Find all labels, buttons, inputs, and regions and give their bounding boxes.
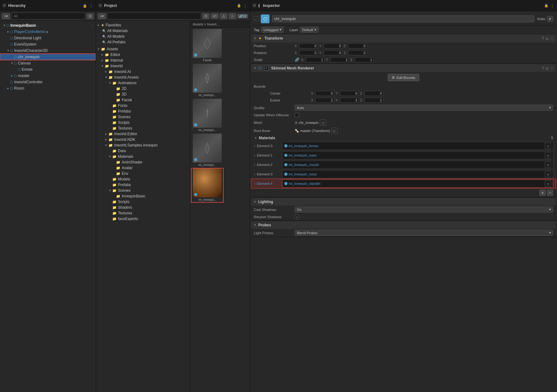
dots-innequinbasic[interactable]: ⋮	[91, 24, 94, 28]
expand-btn-project[interactable]: ⊡	[202, 13, 209, 19]
mat-row-4[interactable]: ≡ Element 4 mi_innequin_standin ◎	[251, 179, 556, 188]
rotation-z-input[interactable]	[348, 50, 367, 55]
folder-materials[interactable]: ▼ 📁 Materials	[96, 154, 190, 159]
folder-scenes2[interactable]: ▼ 📁 Scenes	[96, 188, 190, 193]
folder-inworld-ndk[interactable]: ► 📁 Inworld.NDK	[96, 137, 190, 142]
fav-all-materials[interactable]: 🔍 All Materials	[96, 28, 190, 34]
position-y-input[interactable]	[324, 43, 343, 48]
folder-animshader[interactable]: ► 📁 AnimShader	[96, 159, 190, 165]
scale-y-input[interactable]	[330, 57, 349, 62]
mat-target-3[interactable]: ◎	[545, 171, 551, 177]
folder-inworld[interactable]: ▼ 📁 Inworld	[96, 63, 190, 69]
scale-lock-icon[interactable]: 🔗	[295, 58, 299, 62]
scale-x-input[interactable]	[306, 57, 325, 62]
lock-icon-inspector[interactable]: 🔒	[544, 3, 549, 8]
menu-icon-skinned[interactable]: ⋮	[550, 66, 554, 70]
tree-item-room[interactable]: ⬡ Room	[0, 85, 96, 91]
mat-row-2[interactable]: ≡ Element 2 mi_innequin_mouth ◎	[251, 160, 556, 169]
folder-shaders[interactable]: ► 📁 Shaders	[96, 205, 190, 210]
star-btn[interactable]: ☆	[229, 13, 236, 19]
asset-item-mi4[interactable]: mi_innequi...	[192, 168, 223, 202]
tag-dropdown[interactable]: Untagged ▾	[261, 27, 284, 33]
folder-scripts2[interactable]: ► 📁 Scripts	[96, 199, 190, 205]
tree-item-playercontroller[interactable]: ⬡ PlayerControllerIni ►	[0, 29, 96, 35]
tree-item-inworldcharacter3d[interactable]: ⬡ InworldCharacter3D	[0, 47, 96, 54]
folder-textures[interactable]: ► 📁 Textures	[96, 125, 190, 131]
asset-item-mi3[interactable]: mi_innequi...	[192, 134, 223, 167]
folder-models[interactable]: ► 📁 Models	[96, 176, 190, 182]
active-checkbox[interactable]	[254, 17, 258, 21]
add-material-button[interactable]: +	[539, 190, 546, 196]
folder-inworld-assets[interactable]: ▼ 📁 Inworld.Assets	[96, 75, 190, 80]
tree-item-directionallight[interactable]: ⬡ Directional Light	[0, 35, 96, 41]
asset-item-facial[interactable]: Facial	[192, 29, 223, 63]
mesh-target-btn[interactable]: ◎	[320, 119, 326, 126]
arrow-master[interactable]	[10, 74, 14, 78]
folder-faceexports[interactable]: ► 📁 faceExports	[96, 216, 190, 222]
settings-icon-transform[interactable]: ⚌	[545, 36, 549, 41]
tree-item-innequinbasic[interactable]: ⬡ InnequinBasic ⋮	[0, 22, 96, 29]
mat-target-0[interactable]: ◎	[545, 143, 551, 149]
lighting-header[interactable]: Lighting	[251, 198, 556, 206]
folder-textures2[interactable]: ► 📁 Textures	[96, 210, 190, 216]
extent-y-input[interactable]	[340, 98, 359, 103]
folder-fonts[interactable]: ► 📁 Fonts	[96, 103, 190, 108]
dots-icon-project[interactable]	[243, 3, 247, 8]
tree-item-inworldcontroller[interactable]: ⬡ InworldController	[0, 79, 96, 85]
center-x-input[interactable]	[315, 91, 334, 96]
mat-target-2[interactable]: ◎	[545, 162, 551, 168]
folder-facial[interactable]: ► 📁 Facial	[96, 97, 190, 103]
tree-item-chrinnequin[interactable]: ⬡ chr_innequin	[0, 54, 96, 60]
search-input[interactable]	[11, 13, 85, 19]
arrow-canvas[interactable]	[10, 61, 14, 65]
folder-prefabs2[interactable]: ► 📁 Prefabs	[96, 182, 190, 188]
object-name-field[interactable]	[272, 15, 534, 22]
mat-row-0[interactable]: ≡ Element 0 mi_innequin_brows ◎	[251, 141, 556, 151]
skinned-mesh-checkbox[interactable]	[264, 66, 269, 70]
folder-samples-innequin[interactable]: ▼ 📁 Inworld.Samples.Innequin	[96, 142, 190, 148]
folder-data[interactable]: ► 📁 Data	[96, 148, 190, 154]
folder-2d[interactable]: ► 📁 2D	[96, 86, 190, 91]
lock-icon[interactable]	[83, 3, 87, 8]
folder-editor[interactable]: ► 📁 Editor	[96, 52, 190, 58]
skinned-mesh-header[interactable]: ⬡ Skinned Mesh Renderer ? ⚌ ⋮	[251, 64, 556, 72]
fav-all-models[interactable]: 🔍 All Models	[96, 34, 190, 39]
arrow-playercontroller[interactable]	[6, 30, 10, 34]
arrow-room[interactable]	[6, 86, 10, 90]
receive-shadows-checkbox[interactable]	[295, 215, 299, 219]
folder-prefabs[interactable]: ► 📁 Prefabs	[96, 108, 190, 114]
layer-dropdown[interactable]: Default ▾	[300, 27, 319, 33]
light-probes-dropdown[interactable]: Blend Probes ▾	[295, 230, 553, 236]
mat-row-1[interactable]: ≡ Element 1 mi_innequin_eyes ◎	[251, 151, 556, 160]
expand-button[interactable]: ⊡	[86, 13, 94, 19]
folder-avatar[interactable]: ► 📁 Avatar	[96, 165, 190, 171]
folder-scripts[interactable]: ► 📁 Scripts	[96, 120, 190, 125]
help-icon-skinned[interactable]: ?	[542, 66, 544, 70]
folder-inworld-ai[interactable]: ► 📁 Inworld.AI	[96, 69, 190, 75]
quality-dropdown[interactable]: Auto ▾	[295, 105, 553, 111]
dots-icon-inspector[interactable]	[550, 3, 554, 8]
update-offscreen-checkbox[interactable]	[295, 113, 299, 117]
tree-item-eventsystem[interactable]: ⬡ EventSystem	[0, 41, 96, 47]
tree-item-canvas[interactable]: ⬡ Canvas	[0, 60, 96, 66]
folder-animations[interactable]: ▼ 📁 Animations	[96, 80, 190, 86]
settings-icon-skinned[interactable]: ⚌	[545, 66, 549, 70]
arrow-inworldchar[interactable]	[6, 49, 10, 52]
transform-header[interactable]: ✦ Transform ? ⚌ ⋮	[251, 34, 556, 42]
mat-target-1[interactable]: ◎	[545, 152, 551, 158]
dots-icon[interactable]	[89, 3, 93, 8]
folder-inworld-editor[interactable]: ► 📁 Inworld.Editor	[96, 131, 190, 137]
fav-all-prefabs[interactable]: 🔍 All Prefabs	[96, 39, 190, 45]
position-z-input[interactable]	[348, 43, 367, 48]
tree-item-master[interactable]: ⬡ master	[0, 73, 96, 79]
edit-bounds-button[interactable]: ⊞ Edit Bounds	[388, 74, 419, 81]
extent-x-input[interactable]	[315, 98, 334, 103]
filter-btn[interactable]: 🏷	[211, 13, 219, 19]
position-x-input[interactable]	[299, 43, 318, 48]
folder-3d[interactable]: ► 📁 3D	[96, 91, 190, 97]
favorites-header[interactable]: ► ★ Favorites	[96, 22, 190, 28]
asset-item-mi2[interactable]: mi_innequi...	[192, 99, 223, 132]
mat-row-3[interactable]: ≡ Element 3 mi_innequin_nose ◎	[251, 169, 556, 179]
scale-z-input[interactable]	[355, 57, 374, 62]
rotation-y-input[interactable]	[324, 50, 343, 55]
